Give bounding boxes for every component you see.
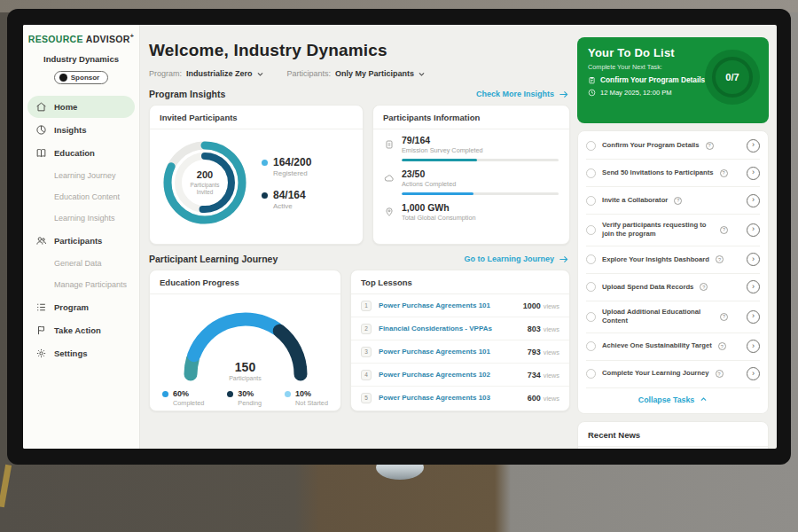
task-checkbox[interactable] — [586, 282, 596, 292]
legend-label: Not Started — [295, 399, 328, 407]
survey-icon — [384, 137, 395, 148]
lesson-row-1: 1Power Purchase Agreements 1011000views — [351, 294, 569, 317]
sidebar-item-settings[interactable]: Settings — [27, 342, 135, 364]
learning-journey-header: Participant Learning Journey Go to Learn… — [149, 254, 568, 264]
invited-count: 200 — [197, 169, 213, 180]
todo-panel: Your To Do List Complete Your Next Task:… — [577, 25, 769, 449]
program-filter-dropdown[interactable]: Industrialize Zero — [186, 69, 264, 78]
task-open-button[interactable]: › — [747, 367, 760, 380]
task-label: Verify participants requesting to join t… — [602, 221, 714, 239]
lesson-views-suffix: views — [544, 372, 559, 379]
stat-body: 79/164Emission Survey Completed — [402, 135, 559, 161]
task-row-explore-your-insights-dashboard: Explore Your Insights Dashboard?› — [586, 246, 760, 274]
todo-tasks-card: Confirm Your Program Details?›Send 50 In… — [577, 130, 769, 414]
participants-information-card: Participants Information 79/164Emission … — [372, 105, 570, 245]
task-info-icon[interactable]: ? — [718, 342, 726, 350]
task-row-complete-your-learning-journey: Complete Your Learning Journey?› — [586, 361, 760, 388]
program-insights-header: Program Insights Check More Insights — [149, 89, 568, 99]
lesson-views: 734views — [528, 371, 559, 379]
sidebar-item-education-content[interactable]: Education Content — [23, 186, 139, 207]
task-open-button[interactable]: › — [747, 310, 760, 324]
filter-bar: Program: Industrialize Zero Participants… — [149, 69, 570, 78]
lesson-link[interactable]: Power Purchase Agreements 103 — [379, 394, 520, 402]
sidebar-item-take-action[interactable]: Take Action — [27, 319, 135, 341]
sidebar-item-program[interactable]: Program — [27, 296, 135, 318]
task-checkbox[interactable] — [586, 369, 596, 379]
task-info-icon[interactable]: ? — [706, 142, 714, 150]
arrow-right-icon — [559, 254, 568, 264]
top-lessons-card: Top Lessons 1Power Purchase Agreements 1… — [350, 270, 570, 411]
stat-body: 23/50Actions Completed — [402, 168, 559, 195]
task-label: Upload Spend Data Records — [602, 283, 693, 292]
sidebar-item-general-data[interactable]: General Data — [23, 253, 139, 274]
task-open-button[interactable]: › — [747, 253, 760, 266]
invited-participants-card: Invited Participants — [149, 105, 364, 245]
go-to-learning-journey-label: Go to Learning Journey — [464, 254, 554, 263]
legend-top: 10% — [285, 389, 328, 398]
lesson-views-suffix: views — [544, 348, 559, 356]
task-checkbox[interactable] — [586, 312, 596, 322]
participants-filter-dropdown[interactable]: Only My Participants — [335, 69, 426, 78]
sidebar-item-label: Learning Journey — [54, 171, 116, 180]
task-open-button[interactable]: › — [747, 194, 760, 207]
gauge-center-label: 150 Participants — [175, 360, 317, 381]
education-progress-card: Education Progress 150 Participants 60%C… — [149, 270, 341, 411]
lesson-row-5: 5Power Purchase Agreements 103600views — [351, 387, 569, 409]
task-checkbox[interactable] — [586, 341, 596, 351]
chevron-down-icon — [418, 70, 426, 78]
sponsor-badge[interactable]: Sponsor — [54, 71, 108, 84]
sidebar-item-learning-journey[interactable]: Learning Journey — [23, 165, 139, 186]
sidebar-item-participants[interactable]: Participants — [27, 230, 135, 252]
collapse-tasks-link[interactable]: Collapse Tasks — [586, 388, 760, 412]
clock-icon — [588, 89, 596, 97]
sidebar-item-label: Home — [54, 102, 77, 112]
invited-participants-title: Invited Participants — [150, 106, 363, 129]
task-checkbox[interactable] — [586, 225, 596, 235]
task-info-icon[interactable]: ? — [720, 169, 728, 177]
lesson-views: 1000views — [523, 301, 559, 310]
lesson-link[interactable]: Power Purchase Agreements 102 — [379, 371, 520, 379]
sidebar: RESOURCEADVISOR+ Industry Dynamics Spons… — [23, 25, 140, 449]
task-checkbox[interactable] — [586, 141, 596, 151]
task-open-button[interactable]: › — [747, 280, 760, 293]
task-checkbox[interactable] — [586, 168, 596, 178]
sidebar-item-education[interactable]: Education — [27, 142, 135, 164]
legend-value: 84/164 — [273, 189, 306, 201]
sidebar-item-label: Program — [54, 302, 89, 312]
sidebar-item-home[interactable]: Home — [27, 96, 135, 118]
go-to-learning-journey-link[interactable]: Go to Learning Journey — [464, 254, 568, 264]
lesson-link[interactable]: Power Purchase Agreements 101 — [379, 301, 516, 309]
todo-progress-value: 0/7 — [725, 72, 739, 82]
task-open-button[interactable]: › — [747, 167, 760, 180]
sidebar-item-label: General Data — [54, 259, 102, 268]
sidebar-item-manage-participants[interactable]: Manage Participants — [23, 274, 139, 295]
legend-text: 84/164Active — [273, 189, 306, 210]
stat-label: Actions Completed — [402, 180, 559, 188]
program-insights-title: Program Insights — [149, 89, 225, 99]
legend-item-pending: 30%Pending — [227, 389, 262, 407]
task-info-icon[interactable]: ? — [700, 283, 708, 291]
task-info-icon[interactable]: ? — [720, 226, 728, 234]
lesson-link[interactable]: Financial Considerations - VPPAs — [379, 325, 520, 332]
task-open-button[interactable]: › — [747, 340, 760, 353]
sidebar-item-learning-insights[interactable]: Learning Insights — [23, 207, 139, 229]
task-info-icon[interactable]: ? — [674, 197, 682, 205]
sidebar-item-insights[interactable]: Insights — [27, 119, 135, 141]
monitor-bezel: RESOURCEADVISOR+ Industry Dynamics Spons… — [7, 9, 791, 465]
task-checkbox[interactable] — [586, 196, 596, 206]
todo-progress-ring: 0/7 — [712, 57, 753, 98]
lesson-link[interactable]: Power Purchase Agreements 101 — [379, 348, 520, 356]
check-more-insights-link[interactable]: Check More Insights — [476, 90, 568, 99]
task-info-icon[interactable]: ? — [716, 370, 724, 378]
lesson-row-2: 2Financial Considerations - VPPAs803view… — [351, 317, 569, 340]
participants-icon — [35, 235, 47, 246]
task-checkbox[interactable] — [586, 254, 596, 264]
legend-text: 164/200Registered — [273, 156, 311, 177]
task-open-button[interactable]: › — [747, 139, 760, 153]
take-action-icon — [35, 325, 47, 336]
task-open-button[interactable]: › — [747, 223, 760, 237]
task-info-icon[interactable]: ? — [720, 313, 728, 321]
lesson-rank: 5 — [361, 393, 372, 403]
sidebar-item-label: Manage Participants — [54, 280, 127, 289]
task-info-icon[interactable]: ? — [716, 255, 724, 263]
